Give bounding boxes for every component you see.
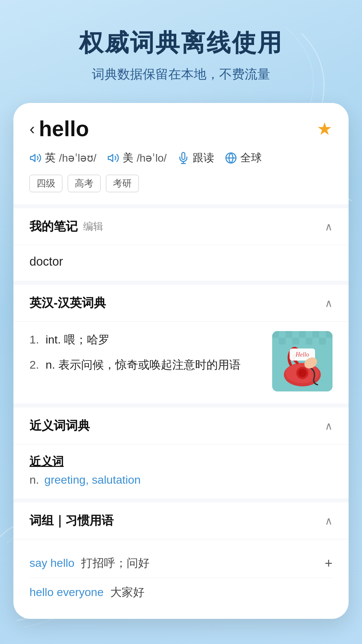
en-zh-dict-section: 英汉-汉英词典 ∧ 1. int. 喂；哈罗 2.	[13, 285, 349, 404]
svg-rect-8	[286, 331, 292, 338]
british-label: 英	[45, 151, 56, 165]
synonym-pos: n.	[29, 473, 39, 486]
american-label: 美	[123, 151, 133, 165]
entry-2-text: n. 表示问候，惊奇或唤起注意时的用语	[46, 356, 264, 373]
hero-section: 权威词典离线使用 词典数据保留在本地，不费流量	[13, 27, 349, 83]
svg-rect-10	[312, 331, 319, 338]
dict-entries-container: 1. int. 喂；哈罗 2. n. 表示问候，惊奇或唤起注意时的用语	[29, 331, 333, 391]
hero-title: 权威词典离线使用	[13, 27, 349, 59]
synonym-word-label: 近义词	[29, 454, 333, 469]
phrase-item-2: hello everyone 大家好	[29, 578, 333, 607]
en-zh-dict-chevron-icon[interactable]: ∧	[325, 297, 333, 310]
dict-entry-1: 1. int. 喂；哈罗	[29, 331, 264, 348]
global-button[interactable]: 全球	[225, 151, 262, 165]
entry-1-num: 1.	[29, 331, 42, 348]
svg-rect-9	[299, 331, 306, 338]
phrase-1-add-icon[interactable]: +	[325, 556, 333, 571]
phrases-chevron-icon[interactable]: ∧	[325, 515, 333, 527]
hero-subtitle: 词典数据保留在本地，不费流量	[13, 66, 349, 83]
synonyms-header: 近义词词典 ∧	[13, 408, 349, 444]
phrase-1-meaning: 打招呼；问好	[81, 555, 149, 571]
dict-entry-2: 2. n. 表示问候，惊奇或唤起注意时的用语	[29, 356, 264, 373]
synonym-row: n. greeting, salutation	[29, 473, 333, 486]
synonyms-body: 近义词 n. greeting, salutation	[13, 444, 349, 498]
british-speaker-icon	[29, 152, 42, 164]
svg-rect-11	[326, 331, 333, 338]
phrases-body: say hello 打招呼；问好 + hello everyone 大家好	[13, 539, 349, 619]
global-label: 全球	[240, 151, 262, 165]
favorite-star-icon[interactable]: ★	[317, 119, 333, 139]
phrase-1-left: say hello 打招呼；问好	[29, 555, 149, 571]
follow-read-button[interactable]: 跟读	[177, 151, 214, 165]
synonym-words[interactable]: greeting, salutation	[44, 473, 140, 486]
en-zh-dict-title: 英汉-汉英词典	[29, 295, 106, 311]
svg-rect-13	[292, 338, 299, 344]
tag-cet4: 四级	[29, 175, 62, 192]
synonyms-section: 近义词词典 ∧ 近义词 n. greeting, salutation	[13, 408, 349, 498]
phrases-title: 词组｜习惯用语	[29, 513, 114, 529]
entry-2-meaning: 表示问候，惊奇或唤起注意时的用语	[58, 358, 241, 371]
american-phonetic: /həˈlo/	[137, 152, 167, 164]
dict-entries-list: 1. int. 喂；哈罗 2. n. 表示问候，惊奇或唤起注意时的用语	[29, 331, 264, 381]
my-notes-header: 我的笔记 编辑 ∧	[13, 208, 349, 245]
phrase-item-1: say hello 打招呼；问好 +	[29, 549, 333, 578]
my-notes-chevron-icon[interactable]: ∧	[325, 220, 333, 233]
word-header: ‹ hello ★ 英 /həˈləʊ/	[13, 103, 349, 204]
phrase-2-left: hello everyone 大家好	[29, 585, 144, 600]
synonyms-title: 近义词词典	[29, 418, 90, 434]
svg-text:Hello: Hello	[295, 351, 309, 358]
microphone-icon	[177, 152, 189, 164]
dict-illustration: Hello	[272, 331, 333, 391]
phrases-header: 词组｜习惯用语 ∧	[13, 502, 349, 539]
svg-rect-15	[319, 338, 326, 344]
american-pronunciation[interactable]: 美 /həˈlo/	[107, 151, 167, 165]
hello-illustration-svg: Hello	[272, 331, 333, 391]
phrases-section: 词组｜习惯用语 ∧ say hello 打招呼；问好 + hello every…	[13, 502, 349, 619]
global-icon	[225, 152, 237, 164]
synonyms-chevron-icon[interactable]: ∧	[325, 420, 333, 432]
phrase-1-word[interactable]: say hello	[29, 556, 74, 570]
tag-postgrad: 考研	[106, 175, 139, 192]
phrase-2-meaning: 大家好	[110, 585, 144, 600]
svg-marker-0	[31, 155, 35, 162]
british-phonetic: /həˈləʊ/	[59, 152, 97, 164]
word-title: hello	[39, 116, 89, 141]
entry-1-pos: int.	[46, 333, 64, 346]
my-notes-body: doctor	[13, 245, 349, 281]
svg-marker-1	[108, 155, 113, 162]
svg-rect-7	[272, 331, 279, 338]
svg-rect-14	[306, 338, 312, 344]
dictionary-card: ‹ hello ★ 英 /həˈləʊ/	[13, 103, 349, 619]
back-button[interactable]: ‹	[29, 121, 35, 137]
phrase-2-word[interactable]: hello everyone	[29, 586, 104, 599]
entry-2-num: 2.	[29, 356, 42, 373]
pronunciations-row: 英 /həˈləʊ/ 美 /həˈlo/	[29, 151, 333, 165]
svg-point-19	[298, 369, 306, 377]
my-notes-edit-button[interactable]: 编辑	[83, 220, 103, 233]
follow-read-label: 跟读	[193, 151, 214, 165]
en-zh-dict-header: 英汉-汉英词典 ∧	[13, 285, 349, 322]
entry-1-text: int. 喂；哈罗	[46, 331, 264, 348]
svg-rect-12	[279, 338, 286, 344]
american-speaker-icon	[107, 152, 119, 164]
my-notes-section: 我的笔记 编辑 ∧ doctor	[13, 208, 349, 281]
tag-gaokao: 高考	[68, 175, 101, 192]
word-tags: 四级 高考 考研	[29, 175, 333, 192]
entry-2-pos: n.	[46, 358, 58, 371]
en-zh-dict-body: 1. int. 喂；哈罗 2. n. 表示问候，惊奇或唤起注意时的用语	[13, 322, 349, 404]
note-content: doctor	[29, 255, 63, 268]
british-pronunciation[interactable]: 英 /həˈləʊ/	[29, 151, 97, 165]
my-notes-title: 我的笔记	[29, 218, 78, 235]
entry-1-meaning: 喂；哈罗	[64, 333, 110, 346]
